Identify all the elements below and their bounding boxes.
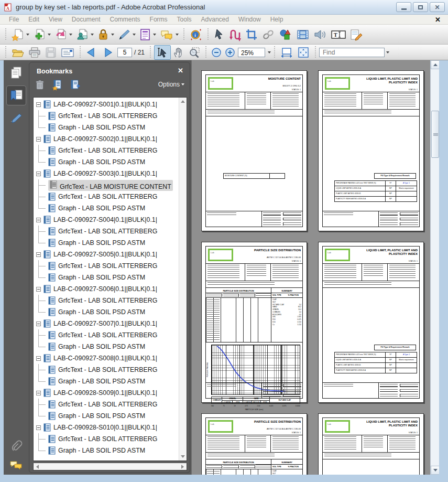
hand-tool-button[interactable] xyxy=(171,46,187,59)
bookmark-item[interactable]: GrfcText - LAB SOIL ATTERBERG xyxy=(34,295,178,306)
bookmark-label[interactable]: GrfcText - LAB MOISTURE CONTENT xyxy=(60,183,171,190)
menu-advanced[interactable]: Advanced xyxy=(196,15,234,24)
menu-document[interactable]: Document xyxy=(67,15,105,24)
article-tool[interactable] xyxy=(226,27,243,42)
touchup-text-tool[interactable]: T xyxy=(329,27,348,42)
bookmark-item[interactable]: Graph - LAB SOIL PSD ASTM xyxy=(34,410,178,422)
combine-files-button[interactable] xyxy=(31,27,52,42)
menu-view[interactable]: View xyxy=(44,15,67,24)
pdf-page[interactable]: Lab LIQUID LIMIT, PLASTIC LIMIT AND PLAS… xyxy=(318,242,424,403)
bookmark-label[interactable]: GrfcText - LAB SOIL ATTERBERG xyxy=(58,228,157,235)
bookmark-label[interactable]: Graph - LAB SOIL PSD ASTM xyxy=(58,378,145,385)
collapse-toggle-icon[interactable] xyxy=(36,137,41,142)
bookmark-label[interactable]: GrfcText - LAB SOIL ATTERBERG xyxy=(58,112,157,120)
bookmark-item[interactable]: LAB-C-090927-S005|0.1||BULK|0.1| xyxy=(34,249,178,260)
next-page-button[interactable] xyxy=(100,46,115,59)
bookmark-item[interactable]: GrfcText - LAB MOISTURE CONTENT xyxy=(34,179,178,191)
restore-button[interactable] xyxy=(413,2,428,12)
toolbar-grip[interactable] xyxy=(4,46,7,59)
bookmark-label[interactable]: LAB-C-090927-S007|0.1||BULK|0.1| xyxy=(53,320,157,327)
touchup-object-tool[interactable] xyxy=(348,27,366,42)
fit-page-button[interactable] xyxy=(295,46,312,59)
bookmark-label[interactable]: LAB-C-090928-S010|0.1||BULK|0.1| xyxy=(53,424,157,431)
bookmark-item[interactable]: LAB-C-090927-S004|0.1||BULK|0.1| xyxy=(34,214,178,226)
review-comment-button[interactable] xyxy=(158,27,180,42)
pdf-page[interactable]: Lab PARTICLE SIZE DISTRIBUTION ASTM C 11… xyxy=(201,413,307,475)
scroll-down-button[interactable] xyxy=(431,466,439,475)
bookmarks-close-icon[interactable]: ✕ xyxy=(178,67,183,74)
scrollbar-thumb[interactable] xyxy=(431,111,439,158)
page-number-input[interactable] xyxy=(117,48,132,57)
bookmark-label[interactable]: Graph - LAB SOIL PSD ASTM xyxy=(58,124,145,131)
collapse-toggle-icon[interactable] xyxy=(36,322,41,326)
scroll-down-icon[interactable] xyxy=(181,455,185,458)
bookmark-item[interactable]: LAB-C-090927-S007|0.1||BULK|0.1| xyxy=(34,318,178,329)
crop-tool[interactable] xyxy=(243,27,260,42)
toolbar-grip[interactable] xyxy=(314,46,317,59)
bookmark-label[interactable]: Graph - LAB SOIL PSD ASTM xyxy=(58,412,145,420)
zoom-out-button[interactable] xyxy=(210,46,223,59)
previous-page-button[interactable] xyxy=(84,46,100,59)
document-pane[interactable]: Lab MOISTURE CONTENT BS1377-2:1990:3.2 S… xyxy=(191,60,439,475)
menu-help[interactable]: Help xyxy=(266,15,288,24)
collapse-toggle-icon[interactable] xyxy=(36,391,41,395)
bookmark-item[interactable]: Graph - LAB SOIL PSD ASTM xyxy=(34,202,178,214)
bookmark-item[interactable]: Graph - LAB SOIL PSD ASTM xyxy=(34,156,178,168)
scroll-up-icon[interactable] xyxy=(181,100,185,103)
bookmark-label[interactable]: GrfcText - LAB SOIL ATTERBERG xyxy=(58,401,157,408)
tracker-button[interactable]: i xyxy=(188,27,204,42)
zoom-in-button[interactable] xyxy=(223,46,237,59)
bookmark-label[interactable]: GrfcText - LAB SOIL ATTERBERG xyxy=(58,435,157,443)
bookmark-item[interactable]: LAB-C-090927-S003|0.1||BULK|0.1| xyxy=(34,168,178,179)
document-vertical-scrollbar[interactable] xyxy=(430,60,439,475)
menu-file[interactable]: File xyxy=(4,15,24,24)
bookmark-label[interactable]: GrfcText - LAB SOIL ATTERBERG xyxy=(58,297,157,304)
pdf-page[interactable]: Lab MOISTURE CONTENT BS1377-2:1990:3.2 S… xyxy=(201,70,307,231)
collapse-toggle-icon[interactable] xyxy=(36,425,41,430)
menu-window[interactable]: Window xyxy=(234,15,266,24)
menu-edit[interactable]: Edit xyxy=(24,15,44,24)
bookmarks-vertical-scrollbar[interactable] xyxy=(179,98,187,460)
bookmark-item[interactable]: GrfcText - LAB SOIL ATTERBERG xyxy=(34,226,178,237)
pages-panel-tab[interactable] xyxy=(6,63,26,83)
create-pdf-button[interactable] xyxy=(9,27,31,42)
pdf-page[interactable]: Lab PARTICLE SIZE DISTRIBUTION ASTM C 11… xyxy=(201,242,307,403)
comments-panel-tab[interactable] xyxy=(6,455,26,475)
toolbar-grip[interactable] xyxy=(204,46,207,59)
bookmark-label[interactable]: LAB-C-090927-S003|0.1||BULK|0.1| xyxy=(53,170,157,177)
collaborate-button[interactable] xyxy=(74,27,95,42)
bookmark-label[interactable]: LAB-C-090927-S008|0.1||BULK|0.1| xyxy=(53,355,157,362)
toolbar-grip[interactable] xyxy=(149,46,152,59)
bookmark-item[interactable]: GrfcText - LAB SOIL ATTERBERG xyxy=(34,110,178,122)
sign-button[interactable] xyxy=(116,27,137,42)
email-button[interactable] xyxy=(59,46,77,59)
open-button[interactable] xyxy=(9,46,26,59)
menu-tools[interactable]: Tools xyxy=(172,15,196,24)
toolbar-grip[interactable] xyxy=(79,46,82,59)
minimize-button[interactable] xyxy=(396,2,411,12)
menu-comments[interactable]: Comments xyxy=(105,15,145,24)
bookmark-label[interactable]: GrfcText - LAB SOIL ATTERBERG xyxy=(58,262,157,270)
bookmark-label[interactable]: Graph - LAB SOIL PSD ASTM xyxy=(58,447,145,454)
bookmark-item[interactable]: Graph - LAB SOIL PSD ASTM xyxy=(34,341,178,352)
bookmark-item[interactable]: Graph - LAB SOIL PSD ASTM xyxy=(34,122,178,133)
bookmark-label[interactable]: LAB-C-090928-S009|0.1||BULK|0.1| xyxy=(53,389,157,397)
bookmark-item[interactable]: Graph - LAB SOIL PSD ASTM xyxy=(34,237,178,249)
bookmark-label[interactable]: GrfcText - LAB SOIL ATTERBERG xyxy=(58,193,157,200)
bookmark-label[interactable]: GrfcText - LAB SOIL ATTERBERG xyxy=(58,331,157,339)
bookmarks-panel-tab[interactable] xyxy=(6,85,26,105)
menu-forms[interactable]: Forms xyxy=(145,15,172,24)
select-tool-button[interactable] xyxy=(154,45,171,60)
bookmark-item[interactable]: LAB-C-090928-S009|0.1||BULK|0.1| xyxy=(34,387,178,399)
bookmark-label[interactable]: Graph - LAB SOIL PSD ASTM xyxy=(58,158,145,166)
bookmark-item[interactable]: LAB-C-090927-S001|0.1||BULK|0.1| xyxy=(34,99,178,110)
bookmark-label[interactable]: Graph - LAB SOIL PSD ASTM xyxy=(58,343,145,350)
bookmark-item[interactable]: Graph - LAB SOIL PSD ASTM xyxy=(34,445,178,456)
bookmark-item[interactable]: GrfcText - LAB SOIL ATTERBERG xyxy=(34,364,178,376)
zoom-dropdown-arrow[interactable] xyxy=(268,51,271,53)
marquee-zoom-button[interactable] xyxy=(187,46,202,59)
expand-current-bookmark-button[interactable] xyxy=(69,79,82,93)
scroll-right-icon[interactable] xyxy=(181,465,184,469)
bookmark-item[interactable]: GrfcText - LAB SOIL ATTERBERG xyxy=(34,329,178,341)
find-input[interactable] xyxy=(319,48,385,57)
